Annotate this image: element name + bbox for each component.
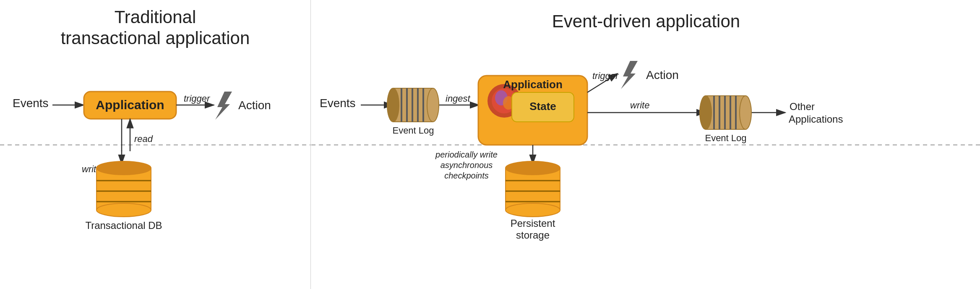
action-label-left: Action xyxy=(238,99,271,112)
app-label: Application xyxy=(96,98,164,112)
left-diagram: Traditional transactional application Ev… xyxy=(0,0,310,289)
lightning-right xyxy=(621,61,638,89)
event-log1-label: Event Log xyxy=(392,125,434,136)
event-log2-left xyxy=(700,96,712,129)
storage-top xyxy=(506,161,560,175)
other-apps-label2: Applications xyxy=(789,113,843,125)
left-subtitle: transactional application xyxy=(61,28,250,48)
left-panel: Traditional transactional application Ev… xyxy=(0,0,310,289)
right-events-label: Events xyxy=(320,97,356,110)
diagram-container: Traditional transactional application Ev… xyxy=(0,0,980,289)
right-panel: Event-driven application Events Event Lo… xyxy=(311,0,980,289)
storage-bottom xyxy=(506,203,560,217)
left-events-label: Events xyxy=(13,97,49,110)
lightning-left xyxy=(215,92,232,120)
right-app-label: Application xyxy=(503,78,563,91)
event-log1-left xyxy=(387,88,399,122)
state-label: State xyxy=(529,100,556,113)
ingest-label: ingest xyxy=(446,93,471,104)
left-title: Traditional xyxy=(115,7,196,27)
trigger-label-right: trigger xyxy=(592,71,619,81)
write-label-right: write xyxy=(630,100,649,110)
event-log1-right xyxy=(427,88,439,122)
db-label: Transactional DB xyxy=(85,220,162,231)
other-apps-label: Other xyxy=(790,101,815,112)
db-top xyxy=(96,161,151,175)
event-log2-right xyxy=(740,96,751,129)
event-log2-label: Event Log xyxy=(705,133,746,143)
checkpoint-label2: asynchronous xyxy=(440,160,493,170)
right-title: Event-driven application xyxy=(552,11,740,31)
storage-label1: Persistent xyxy=(511,218,555,229)
read-label-left: read xyxy=(134,134,153,144)
checkpoint-label3: checkpoints xyxy=(444,171,489,180)
db-bottom xyxy=(96,203,151,217)
right-diagram: Event-driven application Events Event Lo… xyxy=(311,0,980,289)
storage-label2: storage xyxy=(516,229,550,241)
action-label-right: Action xyxy=(646,68,679,81)
checkpoint-label1: periodically write xyxy=(435,150,498,159)
trigger-label-left: trigger xyxy=(184,93,211,104)
